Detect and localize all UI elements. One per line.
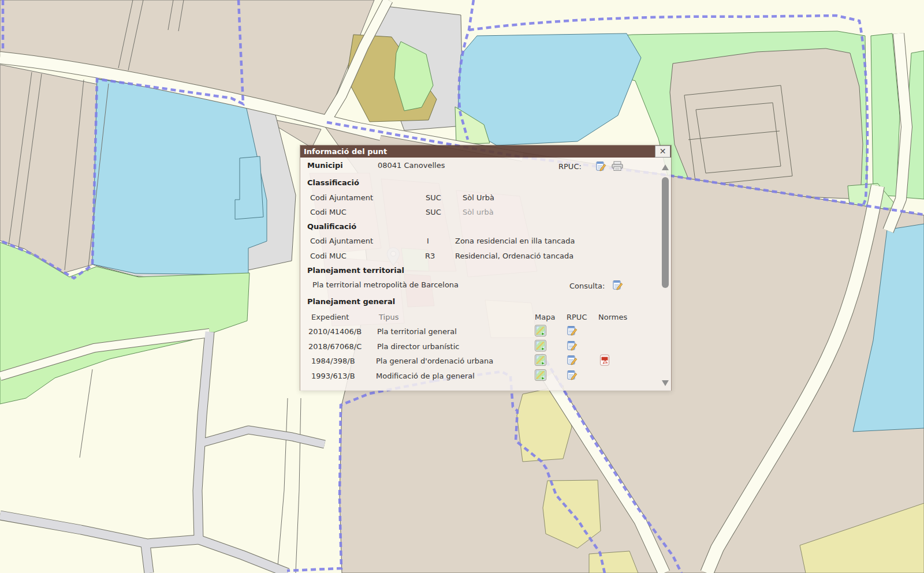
scroll-down-arrow-icon[interactable] [662,380,669,386]
doc-edit-icon[interactable] [613,280,623,290]
info-popup: Informació del punt ✕ Municipi 08041 Can… [300,145,672,391]
col-expedient: Expedient [311,313,349,321]
printer-icon[interactable] [611,161,624,171]
map-icon[interactable] [535,354,546,366]
popup-scrollbar[interactable] [661,160,670,388]
pdf-icon[interactable] [599,354,610,366]
col-rpuc: RPUC [567,313,587,321]
row-label: Codi Ajuntament [310,237,373,245]
doc-edit-icon[interactable] [596,161,606,171]
row-label: Codi Ajuntament [310,193,373,202]
row-code: R3 [425,252,435,260]
section-classificacio: Classificació [307,178,359,187]
col-normes: Normes [598,313,627,321]
doc-edit-icon[interactable] [567,355,578,365]
map-icon[interactable] [535,340,546,351]
row-desc: Residencial, Ordenació tancada [455,252,573,260]
row-desc: Sòl urbà [463,208,494,216]
popup-title-text: Informació del punt [304,147,387,156]
row-desc: Sòl Urbà [463,193,494,202]
popup-body: Municipi 08041 Canovelles RPUC: Classifi… [300,158,671,391]
territorial-plan: Pla territorial metropolità de Barcelona [312,280,459,289]
rpuc-label: RPUC: [558,162,582,171]
section-general: Planejament general [307,297,395,306]
rural-parcel [670,48,863,199]
municipi-label: Municipi [307,161,343,170]
scrollbar-thumb[interactable] [662,177,669,288]
col-mapa: Mapa [535,313,555,321]
consulta-label: Consulta: [569,282,605,290]
row-desc: Zona residencial en illa tancada [455,237,575,245]
expedient-cell: 1993/613/B [311,372,355,380]
popup-titlebar[interactable]: Informació del punt ✕ [300,145,671,158]
col-tipus: Tipus [379,313,398,321]
section-territorial: Planejament territorial [307,266,404,275]
expedient-cell: 2010/41406/B [308,327,362,336]
yellow-zone [589,551,638,573]
expedient-cell: 1984/398/B [311,357,355,365]
expedient-cell: 2018/67068/C [308,342,362,351]
scroll-up-arrow-icon[interactable] [662,164,669,170]
map-icon[interactable] [535,325,546,336]
map-icon[interactable] [535,369,546,381]
municipi-value: 08041 Canovelles [378,161,445,170]
tipus-cell: Modificació de pla general [376,372,475,380]
close-button[interactable]: ✕ [655,145,670,158]
doc-edit-icon[interactable] [567,325,578,336]
tipus-cell: Pla territorial general [377,327,457,336]
doc-edit-icon[interactable] [567,340,578,351]
tipus-cell: Pla director urbanístic [377,342,459,351]
doc-edit-icon[interactable] [567,370,578,380]
close-icon: ✕ [660,147,666,156]
row-code: SUC [426,193,441,202]
row-code: I [427,237,429,245]
tipus-cell: Pla general d'ordenació urbana [376,357,493,365]
row-label: Codi MUC [310,208,346,216]
section-qualificacio: Qualificació [307,222,356,231]
row-label: Codi MUC [310,252,346,260]
row-code: SUC [426,208,441,216]
